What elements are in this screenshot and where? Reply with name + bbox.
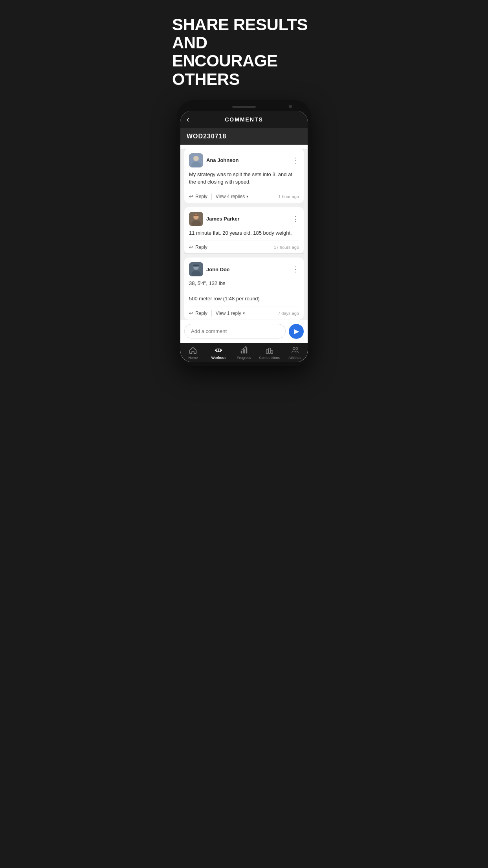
nav-item-workout[interactable]: Workout	[208, 346, 229, 360]
send-icon: ▶	[294, 327, 299, 335]
comment-input[interactable]	[184, 324, 286, 338]
more-options-button[interactable]: ⋮	[292, 266, 299, 273]
comment-actions: ↩ Reply View 1 reply ▾ 7 days ago	[189, 307, 299, 316]
svg-rect-22	[268, 348, 270, 353]
comment-time: 17 hours ago	[274, 245, 299, 250]
hero-line1: SHARE RESULTS AND	[172, 16, 316, 52]
svg-point-3	[194, 156, 198, 161]
nav-label-progress: Progress	[237, 356, 251, 360]
reply-icon: ↩	[189, 244, 193, 250]
svg-rect-18	[240, 351, 242, 353]
reply-label: Reply	[195, 245, 207, 250]
page-wrapper: SHARE RESULTS AND ENCOURAGE OTHERS ‹ COM…	[163, 0, 325, 366]
header-title: COMMENTS	[225, 116, 263, 123]
comment-header: James Parker ⋮	[189, 212, 299, 226]
more-options-button[interactable]: ⋮	[292, 157, 299, 164]
comment-text: 11 minute flat. 20 years old. 185 body w…	[189, 229, 299, 237]
reply-label: Reply	[195, 311, 207, 316]
nav-label-athletes: Athletes	[288, 356, 301, 360]
view-replies-button[interactable]: View 4 replies ▾	[216, 194, 248, 199]
avatar	[189, 153, 203, 167]
comment-card: John Doe ⋮ 38, 5'4", 132 lbs500 meter ro…	[184, 257, 304, 320]
comment-header: Ana Johnson ⋮	[189, 153, 299, 167]
notch-pill	[232, 106, 256, 108]
comment-header-left: John Doe	[189, 262, 229, 276]
nav-label-home: Home	[188, 356, 198, 360]
comment-divider	[184, 253, 304, 254]
comment-actions: ↩ Reply View 4 replies ▾ 1 hour ago	[189, 190, 299, 200]
user-name: Ana Johnson	[206, 157, 238, 163]
reply-icon: ↩	[189, 310, 193, 316]
bottom-nav: Home Workout	[180, 343, 308, 362]
comment-text: My strategy was to split the sets into 3…	[189, 171, 299, 186]
svg-point-25	[296, 348, 298, 349]
nav-item-competitions[interactable]: Competitions	[259, 346, 280, 360]
comment-divider	[184, 203, 304, 203]
view-replies-label: View 4 replies	[216, 194, 245, 199]
workout-icon	[214, 346, 223, 355]
svg-rect-8	[194, 215, 198, 216]
app-header: ‹ COMMENTS	[180, 111, 308, 128]
reply-button[interactable]: ↩ Reply	[189, 193, 207, 199]
chevron-down-icon: ▾	[243, 311, 245, 315]
action-divider	[211, 310, 212, 316]
comment-header: John Doe ⋮	[189, 262, 299, 276]
view-replies-button[interactable]: View 1 reply ▾	[216, 311, 245, 316]
progress-icon	[240, 346, 248, 355]
hero-line2: ENCOURAGE OTHERS	[172, 52, 316, 88]
svg-rect-21	[266, 349, 268, 353]
phone-camera	[289, 105, 292, 108]
nav-item-home[interactable]: Home	[183, 346, 203, 360]
comment-input-area: ▶	[180, 320, 308, 343]
view-replies-label: View 1 reply	[216, 311, 241, 316]
comment-time: 1 hour ago	[278, 194, 299, 199]
chevron-down-icon: ▾	[246, 194, 248, 199]
svg-point-24	[293, 347, 295, 349]
svg-rect-19	[243, 349, 245, 353]
svg-rect-20	[246, 347, 247, 353]
comment-time: 7 days ago	[278, 311, 299, 316]
avatar	[189, 262, 203, 276]
athletes-icon	[291, 346, 299, 355]
more-options-button[interactable]: ⋮	[292, 215, 299, 223]
nav-label-competitions: Competitions	[259, 356, 280, 360]
competitions-icon	[265, 346, 274, 355]
comment-text: 38, 5'4", 132 lbs500 meter row (1:48 per…	[189, 280, 299, 303]
reply-button[interactable]: ↩ Reply	[189, 310, 207, 316]
wod-bar: WOD230718	[180, 128, 308, 145]
phone-screen: ‹ COMMENTS WOD230718	[180, 111, 308, 362]
avatar	[189, 212, 203, 226]
phone-notch	[180, 106, 308, 108]
user-name: James Parker	[206, 216, 240, 222]
nav-item-athletes[interactable]: Athletes	[285, 346, 305, 360]
back-button[interactable]: ‹	[187, 115, 189, 124]
hero-text: SHARE RESULTS AND ENCOURAGE OTHERS	[163, 0, 325, 100]
user-name: John Doe	[206, 267, 229, 272]
svg-rect-13	[193, 265, 199, 267]
nav-label-workout: Workout	[211, 356, 226, 360]
comment-card: Ana Johnson ⋮ My strategy was to split t…	[184, 149, 304, 203]
comment-header-left: Ana Johnson	[189, 153, 238, 167]
phone-frame: ‹ COMMENTS WOD230718	[177, 100, 311, 366]
wod-title: WOD230718	[187, 133, 301, 140]
nav-item-progress[interactable]: Progress	[234, 346, 254, 360]
send-button[interactable]: ▶	[289, 324, 304, 339]
comment-card: James Parker ⋮ 11 minute flat. 20 years …	[184, 207, 304, 254]
comment-actions: ↩ Reply 17 hours ago	[189, 241, 299, 250]
home-icon	[189, 346, 197, 355]
comments-area: Ana Johnson ⋮ My strategy was to split t…	[180, 149, 308, 343]
comment-header-left: James Parker	[189, 212, 240, 226]
reply-icon: ↩	[189, 193, 193, 199]
reply-label: Reply	[195, 194, 207, 199]
reply-button[interactable]: ↩ Reply	[189, 244, 207, 250]
action-divider	[211, 193, 212, 200]
svg-rect-23	[271, 351, 273, 353]
